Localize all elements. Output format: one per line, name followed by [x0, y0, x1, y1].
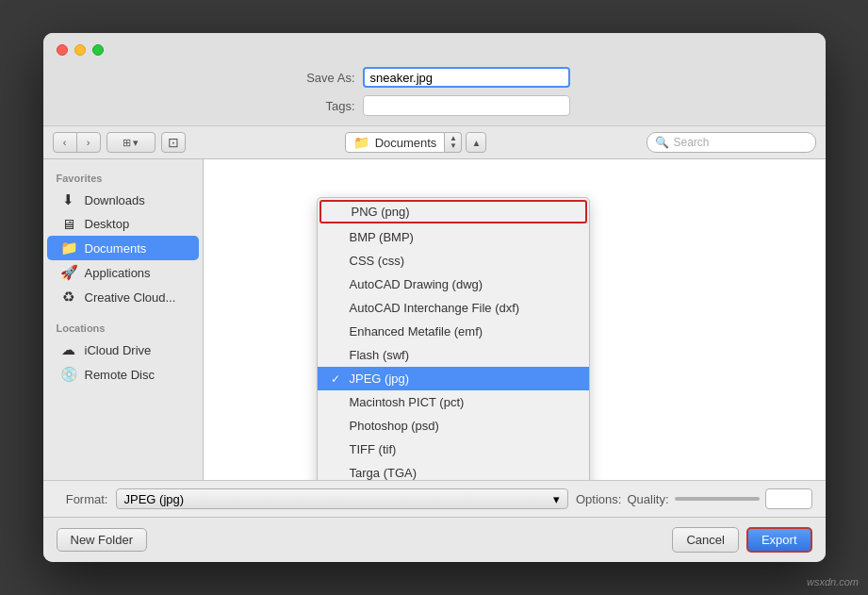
sidebar-item-desktop[interactable]: 🖥 Desktop: [47, 212, 199, 236]
format-item-bmp[interactable]: BMP (BMP): [318, 225, 589, 249]
title-bar: Save As: Tags:: [43, 33, 826, 126]
format-label-jpeg: JPEG (jpg): [350, 372, 410, 386]
new-folder-button[interactable]: New Folder: [57, 528, 147, 552]
save-as-row: Save As:: [57, 67, 812, 88]
format-bar: Format: JPEG (jpg) ▾ Options: Quality:: [43, 480, 826, 517]
export-button[interactable]: Export: [746, 527, 812, 553]
sidebar-item-documents-label: Documents: [85, 241, 147, 256]
bottom-right-buttons: Cancel Export: [672, 527, 811, 553]
sidebar-item-downloads-label: Downloads: [85, 193, 145, 207]
format-dropdown-overlay: PNG (png) BMP (BMP) CSS (css) AutoCAD Dr…: [204, 159, 826, 480]
location-dropdown[interactable]: 📁 Documents: [345, 132, 446, 153]
format-item-png[interactable]: PNG (png): [319, 200, 587, 223]
format-dropdown: PNG (png) BMP (BMP) CSS (css) AutoCAD Dr…: [317, 197, 590, 480]
format-item-swf[interactable]: Flash (swf): [318, 343, 589, 367]
arrow-down-icon: ▼: [450, 142, 457, 150]
sidebar-item-documents[interactable]: 📁 Documents: [47, 236, 199, 260]
new-folder-icon: ⊡: [168, 135, 179, 150]
format-label-emf: Enhanced Metafile (emf): [350, 324, 483, 339]
sidebar-item-icloud-label: iCloud Drive: [85, 343, 152, 357]
icloud-icon: ☁: [60, 341, 77, 358]
location-label: Documents: [375, 136, 437, 150]
expand-button[interactable]: ▲: [466, 132, 486, 153]
sidebar-item-creative-cloud[interactable]: ♻ Creative Cloud...: [47, 285, 199, 309]
search-placeholder: Search: [674, 136, 710, 149]
format-label-css: CSS (css): [350, 254, 405, 268]
format-item-tiff[interactable]: TIFF (tif): [318, 438, 589, 461]
tags-row: Tags:: [57, 95, 812, 116]
bottom-bar: New Folder Cancel Export: [43, 517, 826, 562]
options-label: Options:: [576, 492, 621, 506]
save-dialog-window: Save As: Tags: ‹ › ⊞ ▾ ⊡ 📁 Documents ▲: [43, 33, 826, 562]
sidebar-item-downloads[interactable]: ⬇ Downloads: [47, 188, 199, 212]
sidebar-item-applications-label: Applications: [85, 266, 151, 280]
desktop-icon: 🖥: [60, 216, 77, 232]
close-button[interactable]: [57, 44, 68, 56]
tags-label: Tags:: [299, 99, 355, 113]
cancel-button[interactable]: Cancel: [672, 527, 738, 553]
sidebar-item-icloud[interactable]: ☁ iCloud Drive: [47, 338, 199, 362]
traffic-lights: [57, 44, 812, 56]
creative-cloud-icon: ♻: [60, 289, 77, 306]
chevron-up-icon: ▲: [471, 138, 481, 148]
quality-label: Quality:: [627, 492, 668, 506]
main-content: Favorites ⬇ Downloads 🖥 Desktop 📁 Docume…: [43, 159, 826, 480]
quality-value-box: [765, 488, 812, 509]
remote-disc-icon: 💿: [60, 366, 77, 383]
tags-input[interactable]: [363, 95, 570, 116]
location-picker: 📁 Documents ▲ ▼ ▲: [191, 132, 641, 153]
applications-icon: 🚀: [60, 264, 77, 281]
format-item-tga[interactable]: Targa (TGA): [318, 461, 589, 480]
format-select-box[interactable]: JPEG (jpg) ▾: [116, 488, 569, 509]
format-label-png: PNG (png): [352, 205, 410, 219]
format-label-tga: Targa (TGA): [350, 466, 418, 480]
options-row: Options: Quality:: [576, 488, 812, 509]
format-current-value: JPEG (jpg): [124, 492, 185, 506]
sidebar-item-desktop-label: Desktop: [85, 217, 130, 231]
locations-label: Locations: [43, 317, 203, 338]
format-item-psd[interactable]: Photoshop (psd): [318, 414, 589, 438]
sidebar-item-creative-cloud-label: Creative Cloud...: [85, 290, 176, 305]
sidebar: Favorites ⬇ Downloads 🖥 Desktop 📁 Docume…: [43, 159, 204, 480]
downloads-icon: ⬇: [60, 191, 77, 208]
checkmark-jpeg: ✓: [331, 372, 344, 386]
format-label-pct: Macintosh PICT (pct): [350, 395, 465, 409]
format-bar-label: Format:: [57, 492, 108, 506]
sidebar-item-remote-disc-label: Remote Disc: [85, 368, 155, 382]
documents-icon: 📁: [60, 240, 77, 256]
file-area: PNG (png) BMP (BMP) CSS (css) AutoCAD Dr…: [204, 159, 826, 480]
minimize-button[interactable]: [74, 44, 86, 56]
search-icon: 🔍: [655, 136, 669, 149]
view-chevron-icon: ▾: [133, 137, 139, 149]
location-arrows[interactable]: ▲ ▼: [445, 132, 462, 153]
folder-icon: 📁: [353, 135, 369, 150]
format-item-css[interactable]: CSS (css): [318, 249, 589, 273]
format-label-psd: Photoshop (psd): [350, 419, 439, 433]
format-label-tiff: TIFF (tif): [350, 442, 397, 456]
quality-slider[interactable]: [675, 497, 760, 501]
format-item-pct[interactable]: Macintosh PICT (pct): [318, 390, 589, 414]
save-as-label: Save As:: [299, 71, 355, 85]
format-label-swf: Flash (swf): [350, 348, 410, 362]
format-item-jpeg[interactable]: ✓ JPEG (jpg): [318, 367, 589, 390]
toolbar: ‹ › ⊞ ▾ ⊡ 📁 Documents ▲ ▼ ▲ 🔍 Search: [43, 126, 826, 159]
fullscreen-button[interactable]: [92, 44, 104, 56]
format-item-dxf[interactable]: AutoCAD Interchange File (dxf): [318, 296, 589, 320]
format-item-emf[interactable]: Enhanced Metafile (emf): [318, 320, 589, 343]
format-label-dxf: AutoCAD Interchange File (dxf): [350, 301, 520, 315]
view-mode-button[interactable]: ⊞ ▾: [106, 132, 156, 153]
forward-button[interactable]: ›: [76, 132, 101, 153]
view-grid-icon: ⊞: [123, 137, 131, 149]
new-folder-toolbar-button[interactable]: ⊡: [161, 132, 186, 153]
save-as-input[interactable]: [363, 67, 570, 88]
format-label-bmp: BMP (BMP): [350, 230, 414, 244]
format-label-dwg: AutoCAD Drawing (dwg): [350, 277, 483, 291]
favorites-label: Favorites: [43, 167, 203, 188]
sidebar-item-remote-disc[interactable]: 💿 Remote Disc: [47, 362, 199, 387]
watermark: wsxdn.com: [807, 576, 859, 587]
search-box[interactable]: 🔍 Search: [647, 132, 816, 153]
back-button[interactable]: ‹: [53, 132, 77, 153]
format-dropdown-icon: ▾: [553, 492, 560, 506]
format-item-dwg[interactable]: AutoCAD Drawing (dwg): [318, 273, 589, 296]
sidebar-item-applications[interactable]: 🚀 Applications: [47, 260, 199, 285]
